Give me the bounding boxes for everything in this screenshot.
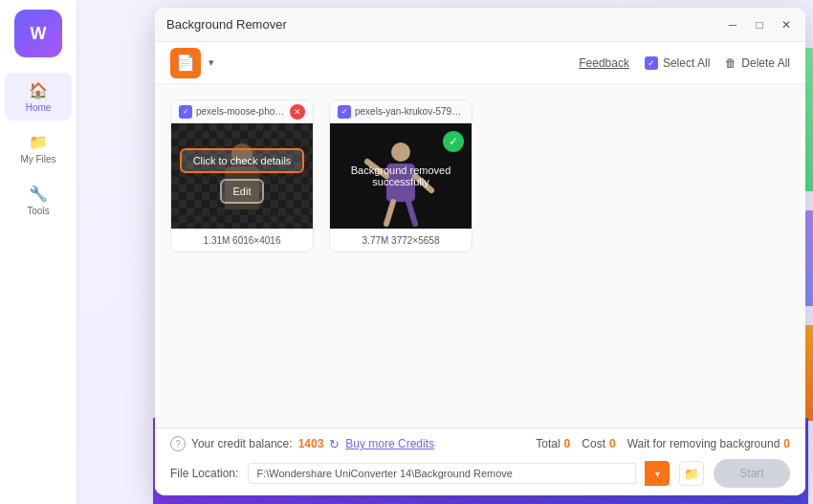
success-text: Background removed successfully <box>330 164 472 187</box>
modal-content: ✓ pexels-moose-photos-10... ✕ <box>155 84 805 427</box>
select-all-label: Select All <box>663 56 710 70</box>
modal-bottombar: ? Your credit balance: 1403 ↻ Buy more C… <box>155 427 805 495</box>
card-1-header: ✓ pexels-moose-photos-10... ✕ <box>171 100 313 123</box>
modal-titlebar: Background Remover ─ □ ✕ <box>155 8 805 42</box>
file-folder-button[interactable]: 📁 <box>679 461 704 486</box>
file-path-display: F:\Wondershare UniConverter 14\Backgroun… <box>248 463 636 484</box>
image-card-2: ✓ pexels-yan-krukov-57930... ✓ <box>329 99 472 252</box>
check-details-button[interactable]: Click to check details <box>180 148 305 173</box>
wait-label: Wait for removing background <box>627 437 780 450</box>
toolbar-left: 📄 ▾ <box>170 48 214 78</box>
sidebar-item-label: Tools <box>27 206 49 216</box>
card-1-filename: pexels-moose-photos-10... <box>196 106 286 117</box>
card-1-file-info: 1.31M 6016×4016 <box>204 235 281 246</box>
card-2-filename: pexels-yan-krukov-57930... <box>355 106 464 117</box>
sidebar-item-tools[interactable]: 🔧 Tools <box>5 176 72 224</box>
sidebar-item-home[interactable]: 🏠 Home <box>5 73 72 121</box>
help-icon[interactable]: ? <box>170 436 186 451</box>
credit-row: ? Your credit balance: 1403 ↻ Buy more C… <box>170 436 790 451</box>
image-card-1: ✓ pexels-moose-photos-10... ✕ <box>170 99 314 252</box>
add-files-icon: 📄 <box>176 54 195 72</box>
card-2-preview: ✓ Background removed s <box>330 123 472 229</box>
svg-line-4 <box>386 202 393 224</box>
file-dropdown-button[interactable]: ▾ <box>645 461 670 486</box>
credit-left: ? Your credit balance: 1403 ↻ Buy more C… <box>170 436 434 451</box>
file-location-label: File Location: <box>170 467 238 480</box>
delete-icon: 🗑 <box>725 56 736 70</box>
card-2-checkbox[interactable]: ✓ <box>338 105 351 119</box>
cost-value: 0 <box>609 437 616 450</box>
cost-label: Cost <box>582 437 605 450</box>
success-check-icon: ✓ <box>443 131 464 152</box>
sidebar-item-myfiles[interactable]: 📁 My Files <box>5 124 72 172</box>
dropdown-arrow[interactable]: ▾ <box>209 56 214 69</box>
modal-toolbar: 📄 ▾ Feedback ✓ Select All 🗑 Delete All <box>155 42 805 84</box>
card-2-file-info: 3.77M 3772×5658 <box>363 235 440 246</box>
maximize-button[interactable]: □ <box>748 13 771 36</box>
card-1-overlay: Click to check details Edit <box>171 123 313 229</box>
total-label: Total <box>536 437 560 450</box>
total-value: 0 <box>564 437 571 450</box>
minimize-button[interactable]: ─ <box>721 13 744 36</box>
wait-stat: Wait for removing background 0 <box>627 437 790 450</box>
modal-title: Background Remover <box>166 17 287 32</box>
main-area: 📗 ›› ›› ›› ›› Background Remover ─ □ ✕ <box>77 0 813 504</box>
card-1-remove-button[interactable]: ✕ <box>290 104 305 120</box>
svg-point-0 <box>391 142 410 162</box>
checkbox-icon: ✓ <box>645 56 658 70</box>
add-files-button[interactable]: 📄 <box>170 48 201 78</box>
image-grid: ✓ pexels-moose-photos-10... ✕ <box>170 99 790 252</box>
cost-stat: Cost 0 <box>582 437 615 450</box>
sidebar: W 🏠 Home 📁 My Files 🔧 Tools <box>0 0 77 504</box>
window-controls: ─ □ ✕ <box>721 13 798 36</box>
background-remover-modal: Background Remover ─ □ ✕ 📄 ▾ Feedback <box>155 8 805 495</box>
file-row: File Location: F:\Wondershare UniConvert… <box>170 459 790 488</box>
credit-amount: 1403 <box>298 437 324 450</box>
start-button[interactable]: Start <box>714 459 790 488</box>
feedback-button[interactable]: Feedback <box>579 56 629 70</box>
card-1-preview: Click to check details Edit <box>171 123 313 229</box>
edit-button[interactable]: Edit <box>220 179 265 204</box>
credit-right: Total 0 Cost 0 Wait for removing backgro… <box>536 437 790 450</box>
credit-label: Your credit balance: <box>191 437 293 450</box>
toolbar-right: Feedback ✓ Select All 🗑 Delete All <box>579 56 790 70</box>
home-icon: 🏠 <box>29 81 48 99</box>
card-2-info: 3.77M 3772×5658 <box>330 229 472 252</box>
svg-line-5 <box>408 202 415 224</box>
refresh-icon[interactable]: ↻ <box>329 437 340 451</box>
tools-icon: 🔧 <box>29 185 48 203</box>
buy-credits-link[interactable]: Buy more Credits <box>345 437 434 450</box>
card-1-checkbox[interactable]: ✓ <box>179 105 192 119</box>
card-2-header: ✓ pexels-yan-krukov-57930... <box>330 100 472 123</box>
card-1-info: 1.31M 6016×4016 <box>171 229 313 252</box>
app-logo: W <box>14 10 62 57</box>
close-button[interactable]: ✕ <box>775 13 798 36</box>
delete-all-label: Delete All <box>741 56 790 70</box>
total-stat: Total 0 <box>536 437 570 450</box>
delete-all-button[interactable]: 🗑 Delete All <box>725 56 790 70</box>
select-all-button[interactable]: ✓ Select All <box>645 56 710 70</box>
wait-value: 0 <box>783 437 790 450</box>
files-icon: 📁 <box>29 133 48 151</box>
sidebar-item-label: Home <box>26 102 52 113</box>
sidebar-item-label: My Files <box>20 154 55 164</box>
